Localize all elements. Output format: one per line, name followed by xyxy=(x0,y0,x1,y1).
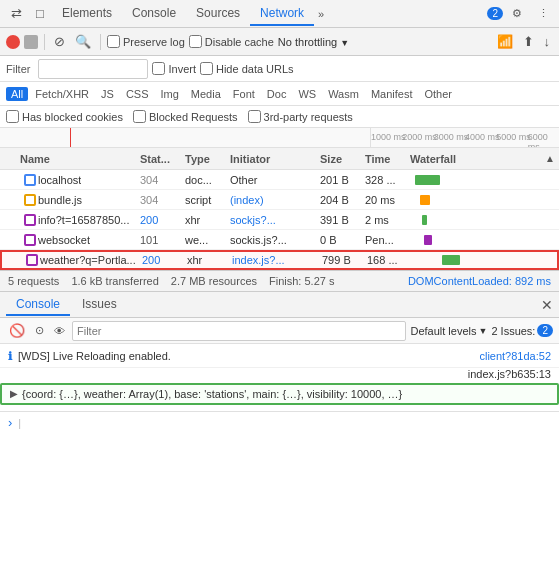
console-messages: ℹ [WDS] Live Reloading enabled. client?8… xyxy=(0,344,559,411)
tab-console[interactable]: Console xyxy=(122,2,186,26)
type-filter-ws[interactable]: WS xyxy=(293,87,321,101)
table-row[interactable]: localhost304doc...Other201 B328 ... xyxy=(0,170,559,190)
index-js-link[interactable]: index.js?b635:13 xyxy=(468,368,551,380)
network-table-body: localhost304doc...Other201 B328 ...bundl… xyxy=(0,170,559,270)
tab-network[interactable]: Network xyxy=(250,2,314,26)
disable-cache-checkbox[interactable] xyxy=(189,35,202,48)
console-info-icon: ℹ xyxy=(8,350,12,363)
tab-overflow[interactable]: » xyxy=(314,6,328,22)
table-row[interactable]: bundle.js304script(index)204 B20 ms xyxy=(0,190,559,210)
network-toolbar: ⊘ 🔍 Preserve log Disable cache No thrott… xyxy=(0,28,559,56)
console-filter-input[interactable] xyxy=(72,321,406,341)
cell-name: weather?q=Portla... xyxy=(2,254,142,266)
disable-cache-label[interactable]: Disable cache xyxy=(189,35,274,48)
devtools-issues-badge: 2 xyxy=(487,7,503,20)
wifi-icon[interactable]: 📶 xyxy=(494,32,516,51)
type-filter-js[interactable]: JS xyxy=(96,87,119,101)
cell-size: 799 B xyxy=(322,254,367,266)
type-filter-wasm[interactable]: Wasm xyxy=(323,87,364,101)
console-eye-icon[interactable]: 👁 xyxy=(51,323,68,339)
waterfall-bar xyxy=(422,215,427,225)
checkbox-filter[interactable]: 3rd-party requests xyxy=(248,110,353,123)
console-top-icon[interactable]: ⊙ xyxy=(32,322,47,339)
console-tabs: Console Issues ✕ xyxy=(0,292,559,318)
table-row[interactable]: websocket101we...sockis.js?...0 BPen... xyxy=(0,230,559,250)
checkbox-filter[interactable]: Blocked Requests xyxy=(133,110,238,123)
more-options-icon[interactable]: ⋮ xyxy=(531,2,555,26)
levels-button[interactable]: Default levels ▼ xyxy=(410,325,487,337)
record-button[interactable] xyxy=(6,35,20,49)
checkbox-filter[interactable]: Has blocked cookies xyxy=(6,110,123,123)
table-row[interactable]: weather?q=Portla...200xhrindex.js?...799… xyxy=(0,250,559,270)
throttle-select[interactable]: No throttling ▼ xyxy=(278,36,349,48)
type-filter-other[interactable]: Other xyxy=(419,87,457,101)
filter-icon[interactable]: ⊘ xyxy=(51,32,68,51)
type-filter-media[interactable]: Media xyxy=(186,87,226,101)
type-filter-all[interactable]: All xyxy=(6,87,28,101)
cell-status: 200 xyxy=(142,254,187,266)
cell-time: 20 ms xyxy=(365,194,410,206)
console-section: Console Issues ✕ 🚫 ⊙ 👁 Default levels ▼ … xyxy=(0,292,559,433)
col-initiator-header[interactable]: Initiator xyxy=(230,153,320,165)
cell-name: localhost xyxy=(0,174,140,186)
col-type-header[interactable]: Type xyxy=(185,153,230,165)
type-filter-bar: AllFetch/XHRJSCSSImgMediaFontDocWSWasmMa… xyxy=(0,82,559,106)
prompt-cursor[interactable]: | xyxy=(18,417,21,429)
cell-time: 168 ... xyxy=(367,254,412,266)
invert-checkbox[interactable] xyxy=(152,62,165,75)
devtools-icon-2[interactable]: □ xyxy=(28,2,52,26)
toolbar-separator-2 xyxy=(100,34,101,50)
finish-time: Finish: 5.27 s xyxy=(269,275,334,287)
col-size-header[interactable]: Size xyxy=(320,153,365,165)
hide-data-urls-checkbox[interactable] xyxy=(200,62,213,75)
close-console-icon[interactable]: ✕ xyxy=(541,297,553,313)
filter-input-wrap xyxy=(38,59,148,79)
hide-data-urls-label[interactable]: Hide data URLs xyxy=(200,62,294,75)
upload-icon[interactable]: ⬆ xyxy=(520,32,537,51)
type-filter-css[interactable]: CSS xyxy=(121,87,154,101)
checkbox-filter-bar: Has blocked cookies Blocked Requests 3rd… xyxy=(0,106,559,128)
issues-count: 2 Issues: 2 xyxy=(491,324,553,337)
invert-label[interactable]: Invert xyxy=(152,62,196,75)
cell-status: 304 xyxy=(140,174,185,186)
preserve-log-checkbox[interactable] xyxy=(107,35,120,48)
timeline-tick: 3000 ms xyxy=(434,132,469,142)
type-filter-fetch/xhr[interactable]: Fetch/XHR xyxy=(30,87,94,101)
type-filter-font[interactable]: Font xyxy=(228,87,260,101)
console-tab-issues[interactable]: Issues xyxy=(72,294,127,316)
search-icon[interactable]: 🔍 xyxy=(72,32,94,51)
col-time-header[interactable]: Time xyxy=(365,153,410,165)
col-status-header[interactable]: Stat... xyxy=(140,153,185,165)
tab-elements[interactable]: Elements xyxy=(52,2,122,26)
download-icon[interactable]: ↓ xyxy=(541,32,554,51)
col-name-header[interactable]: Name xyxy=(0,153,140,165)
console-tab-console[interactable]: Console xyxy=(6,294,70,316)
tab-sources[interactable]: Sources xyxy=(186,2,250,26)
table-row[interactable]: info?t=16587850...200xhrsockjs?...391 B2… xyxy=(0,210,559,230)
type-filter-manifest[interactable]: Manifest xyxy=(366,87,418,101)
waterfall-bar xyxy=(415,175,440,185)
resources-size: 2.7 MB resources xyxy=(171,275,257,287)
cell-time: Pen... xyxy=(365,234,410,246)
settings-icon[interactable]: ⚙ xyxy=(505,2,529,26)
cell-name: info?t=16587850... xyxy=(0,214,140,226)
xhr-icon xyxy=(24,214,36,226)
col-waterfall-header[interactable]: Waterfall ▲ xyxy=(410,153,559,165)
cell-waterfall xyxy=(412,252,557,268)
expand-icon[interactable]: ▶ xyxy=(10,388,18,399)
prompt-caret: › xyxy=(8,415,12,430)
filter-input[interactable] xyxy=(43,63,143,75)
type-filter-img[interactable]: Img xyxy=(156,87,184,101)
devtools-top-tabs: ⇄ □ Elements Console Sources Network » 2… xyxy=(0,0,559,28)
waterfall-bar xyxy=(420,195,430,205)
wds-message-link[interactable]: client?81da:52 xyxy=(479,350,551,362)
cell-size: 391 B xyxy=(320,214,365,226)
index-js-link-row: index.js?b635:13 xyxy=(0,368,559,381)
console-clear-icon[interactable]: 🚫 xyxy=(6,321,28,340)
timeline-tick: 2000 ms xyxy=(402,132,437,142)
devtools-icon-1[interactable]: ⇄ xyxy=(4,2,28,26)
clear-button[interactable] xyxy=(24,35,38,49)
type-filter-doc[interactable]: Doc xyxy=(262,87,292,101)
timeline-tick: 6000 ms xyxy=(528,132,559,148)
preserve-log-label[interactable]: Preserve log xyxy=(107,35,185,48)
